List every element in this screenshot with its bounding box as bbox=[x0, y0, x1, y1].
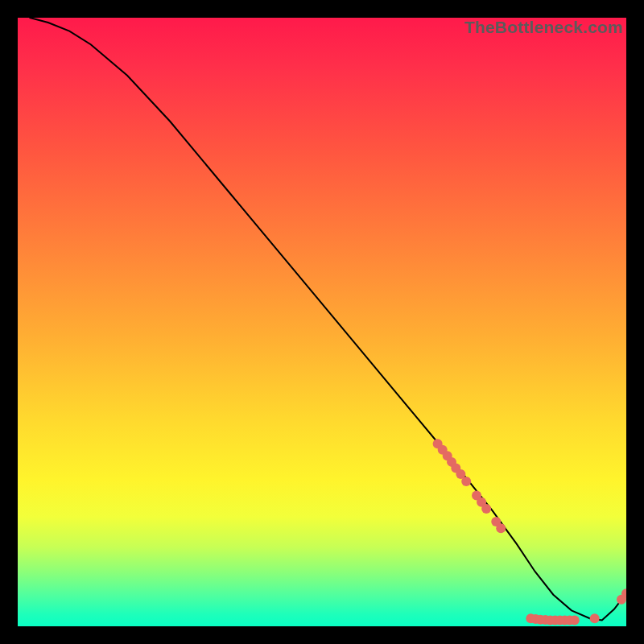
data-point bbox=[481, 504, 491, 514]
chart-svg bbox=[18, 18, 626, 626]
data-point-markers bbox=[433, 439, 626, 625]
data-point bbox=[496, 523, 506, 533]
plot-area: TheBottleneck.com bbox=[18, 18, 626, 626]
data-point bbox=[570, 615, 580, 625]
chart-root: TheBottleneck.com bbox=[0, 0, 644, 644]
data-point bbox=[590, 613, 600, 623]
bottleneck-curve bbox=[30, 18, 626, 620]
watermark-text: TheBottleneck.com bbox=[464, 18, 623, 37]
data-point bbox=[461, 477, 471, 486]
